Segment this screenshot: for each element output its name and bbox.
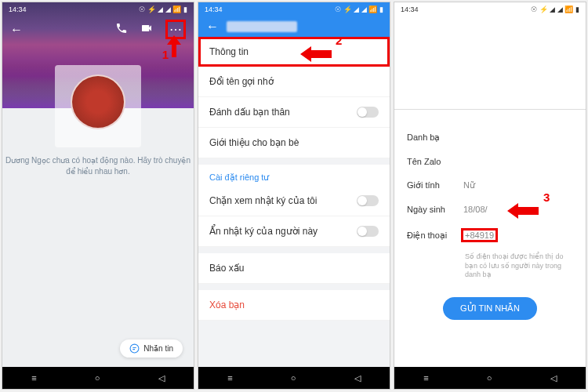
- back-icon[interactable]: ←: [206, 20, 219, 34]
- info-label: Giới tính: [407, 180, 463, 191]
- annotation-arrow-2: [300, 45, 332, 67]
- status-time: 14:34: [9, 5, 27, 13]
- send-message-button[interactable]: GỬI TIN NHẮN: [443, 297, 537, 320]
- menu-item-block-diary[interactable]: Chặn xem nhật ký của tôi: [198, 186, 390, 216]
- info-row-gender: Giới tính Nữ: [394, 173, 586, 198]
- menu-label: Đánh dấu bạn thân: [209, 107, 290, 118]
- status-bar: 14:34 ☉ ⚡ ◢ ◢ 📶 ▮: [2, 2, 194, 16]
- menu-item-info[interactable]: Thông tin: [198, 37, 390, 67]
- nav-home-icon[interactable]: ○: [487, 373, 492, 383]
- annotation-step-1: 1: [162, 48, 169, 61]
- menu-item-hide-diary[interactable]: Ẩn nhật ký của người này: [198, 216, 390, 247]
- android-nav: ≡ ○ ◁: [2, 367, 194, 389]
- info-row-phone: Điện thoại +84919: [394, 221, 586, 249]
- toggle-icon[interactable]: [357, 195, 379, 206]
- menu-item-mark-close[interactable]: Đánh dấu bạn thân: [198, 97, 390, 128]
- menu-label: Chặn xem nhật ký của tôi: [209, 195, 317, 206]
- status-bar: 14:34 ☉ ⚡ ◢ ◢ 📶 ▮: [394, 2, 586, 16]
- info-value: 18/08/: [463, 205, 488, 214]
- privacy-section-label: Cài đặt riêng tư: [198, 165, 390, 186]
- phone-screen-3: 14:34 ☉ ⚡ ◢ ◢ 📶 ▮ Danh bạ Tên Zalo Giới …: [394, 2, 586, 390]
- info-value: Nữ: [463, 180, 475, 191]
- nav-home-icon[interactable]: ○: [291, 373, 296, 383]
- menu-item-report[interactable]: Báo xấu: [198, 253, 390, 284]
- android-nav: ≡ ○ ◁: [394, 367, 586, 389]
- menu-label: Xóa bạn: [209, 299, 245, 310]
- status-icons: ☉ ⚡ ◢ ◢ 📶 ▮: [139, 5, 187, 13]
- android-nav: ≡ ○ ◁: [198, 367, 390, 389]
- menu-item-delete-friend[interactable]: Xóa bạn: [198, 290, 390, 321]
- nav-back-icon[interactable]: ◁: [158, 373, 165, 383]
- nav-back-icon[interactable]: ◁: [550, 373, 557, 383]
- info-row-birthday: Ngày sinh 18/08/: [394, 198, 586, 221]
- info-row-contact: Danh bạ: [394, 125, 586, 150]
- info-label: Ngày sinh: [407, 205, 463, 214]
- contact-name-blurred: [227, 21, 297, 32]
- profile-card: [55, 65, 141, 147]
- menu-item-introduce[interactable]: Giới thiệu cho bạn bè: [198, 128, 390, 158]
- phone-screen-1: 14:34 ☉ ⚡ ◢ ◢ 📶 ▮ ← ⋯ 1: [2, 2, 194, 390]
- menu-label: Ẩn nhật ký của người này: [209, 226, 318, 237]
- message-button-label: Nhắn tin: [143, 344, 173, 353]
- call-icon[interactable]: [115, 22, 128, 38]
- menu-label: Giới thiệu cho bạn bè: [209, 137, 299, 148]
- back-icon[interactable]: ←: [10, 23, 23, 37]
- annotation-step-2: 2: [336, 34, 342, 47]
- info-label: Điện thoại: [407, 230, 463, 241]
- toggle-icon[interactable]: [357, 226, 379, 237]
- nav-menu-icon[interactable]: ≡: [31, 373, 36, 383]
- message-button[interactable]: Nhắn tin: [120, 339, 183, 358]
- phone-screen-2: 14:34 ☉ ⚡ ◢ ◢ 📶 ▮ ← Thông tin Đổi tên gợ…: [198, 2, 390, 390]
- nav-home-icon[interactable]: ○: [95, 373, 100, 383]
- menu-item-rename[interactable]: Đổi tên gợi nhớ: [198, 67, 390, 97]
- menu-label: Đổi tên gợi nhớ: [209, 76, 274, 87]
- info-value-phone: +84919: [461, 228, 498, 242]
- menu-label: Báo xấu: [209, 263, 244, 274]
- video-icon[interactable]: [140, 22, 153, 38]
- avatar[interactable]: [71, 74, 125, 129]
- status-time: 14:34: [401, 5, 419, 13]
- svg-point-0: [130, 344, 139, 353]
- info-label: Tên Zalo: [407, 157, 463, 166]
- nav-menu-icon[interactable]: ≡: [227, 373, 232, 383]
- profile-header: 14:34 ☉ ⚡ ◢ ◢ 📶 ▮ ← ⋯ 1: [2, 2, 194, 108]
- info-row-zalo-name: Tên Zalo: [394, 150, 586, 173]
- nav-back-icon[interactable]: ◁: [354, 373, 361, 383]
- annotation-arrow-3: [507, 201, 539, 223]
- status-time: 14:34: [205, 5, 223, 13]
- annotation-step-3: 3: [543, 191, 550, 204]
- status-bar: 14:34 ☉ ⚡ ◢ ◢ 📶 ▮: [198, 2, 390, 16]
- nav-menu-icon[interactable]: ≡: [423, 373, 428, 383]
- status-icons: ☉ ⚡ ◢ ◢ 📶 ▮: [531, 5, 579, 13]
- menu-label: Thông tin: [209, 46, 249, 57]
- info-label: Danh bạ: [407, 132, 463, 143]
- phone-note-text: Số điện thoại được hiển thị do bạn có lư…: [394, 249, 586, 291]
- toggle-icon[interactable]: [357, 107, 379, 118]
- status-icons: ☉ ⚡ ◢ ◢ 📶 ▮: [335, 5, 383, 13]
- empty-state-text: Dương Ngọc chưa có hoạt động nào. Hãy tr…: [2, 155, 194, 177]
